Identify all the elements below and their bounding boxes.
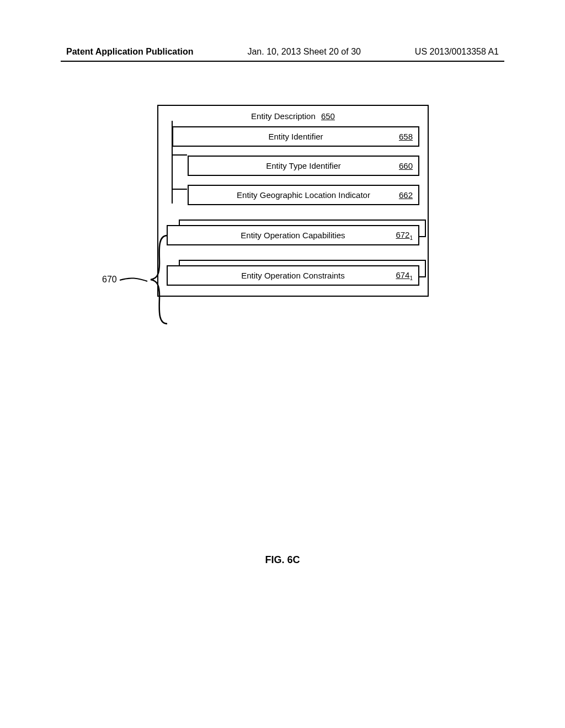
- entity-description-box: Entity Description 650 Entity Identifier…: [157, 105, 429, 297]
- entity-geo-ref: 662: [399, 190, 413, 200]
- figure-caption: FIG. 6C: [0, 554, 565, 566]
- constraints-stack: Entity Operation Constraints 6742 Entity…: [167, 265, 419, 286]
- header-right: US 2013/0013358 A1: [415, 47, 499, 57]
- entity-identifier-ref: 658: [399, 132, 413, 141]
- constraints-front-label: Entity Operation Constraints: [241, 271, 345, 280]
- entity-description-title-text: Entity Description: [251, 111, 316, 121]
- capabilities-front-label: Entity Operation Capabilities: [241, 231, 345, 240]
- page-header: Patent Application Publication Jan. 10, …: [66, 47, 499, 57]
- curly-brace: [146, 233, 168, 326]
- entity-geo-box: Entity Geographic Location Indicator 662: [188, 185, 419, 205]
- lead-line: [119, 276, 149, 287]
- constraints-front-box: Entity Operation Constraints 6741: [167, 265, 419, 286]
- entity-type-box: Entity Type Identifier 660: [188, 156, 419, 176]
- group-ref-label: 670: [102, 275, 117, 285]
- capabilities-front-box: Entity Operation Capabilities 6721: [167, 225, 419, 245]
- entity-description-title-ref: 650: [321, 111, 335, 121]
- header-center: Jan. 10, 2013 Sheet 20 of 30: [247, 47, 361, 57]
- entity-description-title: Entity Description 650: [167, 111, 419, 121]
- capabilities-front-ref: 6721: [396, 230, 413, 241]
- entity-type-ref: 660: [399, 161, 413, 170]
- entity-identifier-label: Entity Identifier: [268, 132, 323, 141]
- entity-identifier-box: Entity Identifier 658: [172, 126, 419, 147]
- entity-geo-label: Entity Geographic Location Indicator: [237, 190, 370, 200]
- capabilities-stack: Entity Operation Capabilities 6722 Entit…: [167, 225, 419, 245]
- header-left: Patent Application Publication: [66, 47, 194, 57]
- entity-type-label: Entity Type Identifier: [266, 161, 341, 170]
- header-rule: [61, 61, 504, 62]
- constraints-front-ref: 6741: [396, 270, 413, 281]
